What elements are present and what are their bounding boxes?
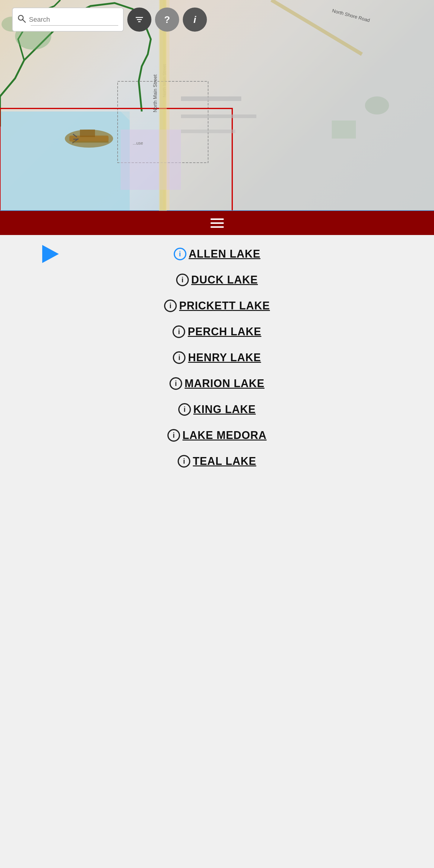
lake-name-label: TEAL LAKE — [193, 455, 256, 468]
info-circle-icon[interactable]: i — [176, 274, 189, 286]
lake-item-content: iALLEN LAKE — [174, 248, 261, 260]
blue-arrow-icon — [42, 245, 59, 263]
lake-list-item[interactable]: iPRICKETT LAKE — [0, 293, 434, 319]
search-icon — [18, 14, 26, 25]
lake-item-content: iKING LAKE — [178, 403, 256, 416]
svg-line-28 — [23, 20, 25, 22]
lake-name-label: PRICKETT LAKE — [179, 300, 270, 312]
lake-name-label: ALLEN LAKE — [189, 248, 261, 260]
info-icon: i — [194, 14, 196, 25]
info-circle-icon[interactable]: i — [173, 351, 185, 364]
lake-list-item[interactable]: iALLEN LAKE — [0, 241, 434, 267]
info-circle-icon[interactable]: i — [178, 403, 191, 416]
hamburger-line-3 — [210, 226, 224, 228]
lake-name-label: KING LAKE — [193, 403, 256, 416]
hamburger-line-2 — [210, 222, 224, 224]
lake-list-section: iALLEN LAKEiDUCK LAKEiPRICKETT LAKEiPERC… — [0, 235, 434, 868]
lake-list-item[interactable]: iHENRY LAKE — [0, 345, 434, 371]
lake-item-content: iHENRY LAKE — [173, 351, 261, 364]
question-mark-icon: ? — [164, 14, 170, 25]
lake-list-item[interactable]: iMARION LAKE — [0, 371, 434, 397]
menu-bar[interactable] — [0, 211, 434, 235]
map-container: North Main Street — [0, 0, 434, 211]
search-input[interactable] — [29, 16, 118, 24]
map-water-area — [0, 112, 130, 211]
lake-list-item[interactable]: iDUCK LAKE — [0, 267, 434, 293]
lake-item-content: iMARION LAKE — [170, 377, 264, 390]
lake-name-label: HENRY LAKE — [188, 351, 261, 364]
hamburger-menu-button[interactable] — [210, 218, 224, 228]
search-box[interactable] — [12, 7, 124, 32]
info-circle-icon[interactable]: i — [170, 377, 182, 390]
map-road-north-main — [163, 0, 170, 211]
info-button[interactable]: i — [183, 7, 207, 32]
lake-name-label: MARION LAKE — [184, 377, 264, 390]
info-circle-icon[interactable]: i — [167, 429, 180, 442]
info-circle-icon[interactable]: i — [178, 455, 190, 468]
lake-name-label: PERCH LAKE — [187, 326, 261, 338]
selected-arrow-icon — [42, 245, 59, 263]
info-circle-icon[interactable]: i — [174, 248, 186, 260]
lake-list-item[interactable]: iTEAL LAKE — [0, 448, 434, 474]
lake-name-label: LAKE MEDORA — [182, 429, 267, 442]
lake-name-label: DUCK LAKE — [191, 274, 258, 286]
lake-list-item[interactable]: iLAKE MEDORA — [0, 423, 434, 448]
help-button[interactable]: ? — [155, 7, 179, 32]
info-circle-icon[interactable]: i — [173, 326, 185, 338]
map-road-label: North Main Street — [162, 64, 167, 97]
lake-list-item[interactable]: iPERCH LAKE — [0, 319, 434, 345]
lake-list-item[interactable]: iKING LAKE — [0, 397, 434, 423]
lake-item-content: iDUCK LAKE — [176, 274, 258, 286]
hamburger-line-1 — [210, 218, 224, 220]
search-underline — [31, 25, 118, 26]
lake-item-content: iPRICKETT LAKE — [164, 300, 270, 312]
info-circle-icon[interactable]: i — [164, 300, 177, 312]
filter-button[interactable] — [127, 7, 151, 32]
lake-item-content: iTEAL LAKE — [178, 455, 256, 468]
lake-item-content: iLAKE MEDORA — [167, 429, 267, 442]
search-overlay: ? i — [12, 7, 207, 32]
lake-item-content: iPERCH LAKE — [173, 326, 261, 338]
